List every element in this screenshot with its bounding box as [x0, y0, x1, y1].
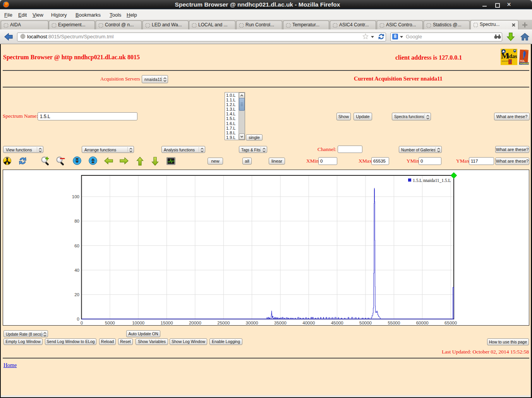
- svg-text:powered by: powered by: [502, 60, 509, 62]
- svg-text:idas: idas: [508, 53, 517, 59]
- svg-text:60000: 60000: [416, 321, 429, 325]
- svg-text:60: 60: [74, 244, 79, 248]
- svg-text:100: 100: [72, 194, 79, 199]
- svg-text:POWERED: POWERED: [520, 62, 529, 65]
- svg-text:5000: 5000: [105, 321, 115, 325]
- svg-text:25000: 25000: [217, 321, 230, 325]
- svg-text:TCL: TCL: [520, 60, 525, 62]
- svg-text:40000: 40000: [302, 321, 315, 325]
- svg-text:0: 0: [77, 317, 79, 321]
- svg-text:0: 0: [81, 321, 83, 325]
- svg-text:30000: 30000: [246, 321, 258, 325]
- svg-text:20: 20: [74, 292, 79, 297]
- svg-text:15000: 15000: [161, 321, 173, 325]
- svg-text:65000: 65000: [444, 321, 457, 325]
- svg-text:80: 80: [74, 219, 79, 223]
- svg-text:40: 40: [74, 268, 79, 273]
- svg-text:55000: 55000: [388, 321, 400, 325]
- svg-text:10000: 10000: [132, 321, 144, 325]
- svg-text:35000: 35000: [274, 321, 287, 325]
- svg-text:50000: 50000: [359, 321, 372, 325]
- svg-text:1.5.L nnaida11_1.5.L: 1.5.L nnaida11_1.5.L: [413, 178, 451, 183]
- svg-text:45000: 45000: [331, 321, 343, 325]
- svg-text:20000: 20000: [189, 321, 201, 325]
